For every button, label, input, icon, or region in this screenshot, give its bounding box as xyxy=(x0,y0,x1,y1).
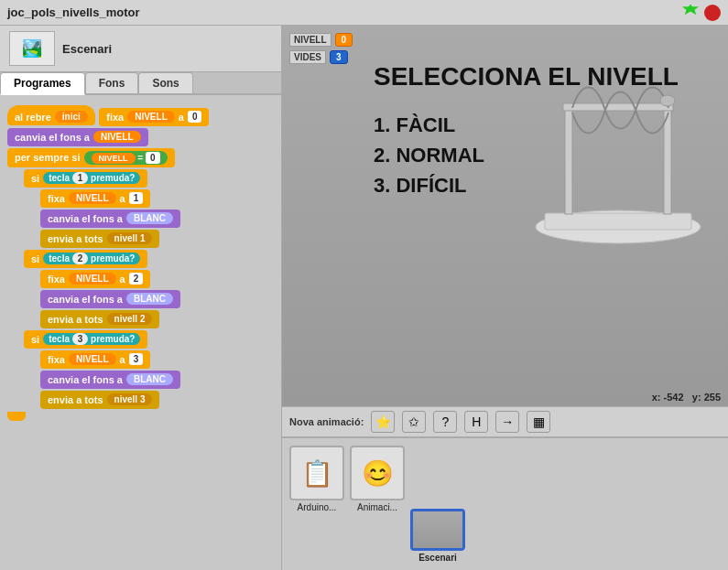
indent-si2: si tecla 2 premuda? fixa NIVELL a 2 xyxy=(24,249,274,329)
sprite-thumbnail: 🏞️ xyxy=(9,31,55,66)
per-sempre-condition: NIVELL = 0 xyxy=(84,151,168,165)
sprite-item-arduino[interactable]: 📋 Arduino... xyxy=(289,446,344,563)
block-si1[interactable]: si tecla 1 premuda? xyxy=(24,169,147,188)
blocks-area: al rebre inici fixa NIVELL a 0 canvia el… xyxy=(0,95,281,570)
nivell-value: 0 xyxy=(335,33,353,47)
block-si3[interactable]: si tecla 3 premuda? xyxy=(24,330,147,349)
block-envia1[interactable]: envia a tots nivell 1 xyxy=(40,230,159,248)
sprite-name: Escenari xyxy=(62,42,112,56)
sprite-section: 🏞️ Escenari xyxy=(0,26,281,72)
fixa1-val[interactable]: 0 xyxy=(188,111,202,123)
anim-label: Nova animació: xyxy=(289,416,364,427)
fixa1-var[interactable]: NIVELL xyxy=(127,111,175,123)
vides-bar: VIDES 3 xyxy=(289,50,353,64)
y-value: 255 xyxy=(704,392,721,403)
escenari-thumb xyxy=(410,509,465,551)
indent-si3-body: fixa NIVELL a 3 canvia el fons a BLANC e… xyxy=(40,350,274,410)
block-canvia3[interactable]: canvia el fons a BLANC xyxy=(40,290,180,308)
stage-item-1: 1. FÀCIL xyxy=(374,110,719,140)
window-title: joc_pols_nivells_motor xyxy=(7,5,682,19)
indent-si2-body: fixa NIVELL a 2 canvia el fons a BLANC e… xyxy=(40,269,274,329)
si1-tecla: tecla 1 premuda? xyxy=(43,172,140,184)
nivell-bar: NIVELL 0 xyxy=(289,33,353,47)
block-fixa3[interactable]: fixa NIVELL a 2 xyxy=(40,270,150,288)
block-canvia4[interactable]: canvia el fons a BLANC xyxy=(40,371,180,389)
flag-icon[interactable] xyxy=(682,5,699,21)
stage-text: SELECCIONA EL NIVELL 1. FÀCIL 2. NORMAL … xyxy=(374,62,719,200)
sprites-panel: 📋 Arduino... 😊 Animaci... Escenari xyxy=(282,437,728,570)
block-si2[interactable]: si tecla 2 premuda? xyxy=(24,250,147,268)
block-fixa1[interactable]: fixa NIVELL a 0 xyxy=(99,108,209,126)
tab-programes[interactable]: Programes xyxy=(0,72,85,95)
block-fixa2[interactable]: fixa NIVELL a 1 xyxy=(40,189,150,208)
anim-btn-h[interactable]: H xyxy=(464,411,488,433)
sprite-icon-arduino: 📋 xyxy=(289,446,344,500)
left-panel: 🏞️ Escenari Programes Fons Sons al rebre… xyxy=(0,26,282,570)
anim-btn-grid[interactable]: ▦ xyxy=(527,411,550,433)
anim-btn-star1[interactable]: ⭐ xyxy=(371,411,395,433)
vides-value: 3 xyxy=(330,50,348,64)
indent-si1: si tecla 1 premuda? fixa NIVELL a 1 xyxy=(24,168,274,249)
si3-tecla: tecla 3 premuda? xyxy=(43,333,140,345)
stage-list: 1. FÀCIL 2. NORMAL 3. DIFÍCIL xyxy=(374,110,719,200)
block-canvia1[interactable]: canvia el fons a NIVELL xyxy=(7,128,148,146)
status-bars: NIVELL 0 VIDES 3 xyxy=(289,33,353,64)
tab-sons[interactable]: Sons xyxy=(138,72,192,93)
canvia1-val[interactable]: NIVELL xyxy=(93,131,141,143)
traffic-lights xyxy=(682,5,721,21)
coord-display: x: -542 y: 255 xyxy=(652,392,721,403)
sprite-name-arduino: Arduino... xyxy=(298,502,337,512)
stage-item-3: 3. DIFÍCIL xyxy=(374,170,719,200)
tab-fons[interactable]: Fons xyxy=(85,72,139,93)
block-canvia2[interactable]: canvia el fons a BLANC xyxy=(40,210,180,228)
indent-si3: si tecla 3 premuda? fixa NIVELL a 3 xyxy=(24,329,274,410)
sprite-item-animaci[interactable]: 😊 Animaci... xyxy=(350,446,405,563)
block-per-sempre[interactable]: per sempre si NIVELL = 0 xyxy=(7,148,175,167)
escenari-label: Escenari xyxy=(418,553,457,563)
stage-area: NIVELL 0 VIDES 3 xyxy=(282,26,728,406)
block-envia2[interactable]: envia a tots nivell 2 xyxy=(40,310,159,328)
main-layout: 🏞️ Escenari Programes Fons Sons al rebre… xyxy=(0,26,728,570)
stop-icon[interactable] xyxy=(704,5,721,21)
anim-btn-arrow[interactable]: → xyxy=(495,411,519,433)
anim-btn-question[interactable]: ? xyxy=(433,411,457,433)
anim-toolbar: Nova animació: ⭐ ✩ ? H → ▦ xyxy=(282,406,728,437)
top-bar: joc_pols_nivells_motor xyxy=(0,0,728,26)
anim-btn-star2[interactable]: ✩ xyxy=(402,411,426,433)
si2-tecla: tecla 2 premuda? xyxy=(43,253,140,264)
sprite-name-animaci: Animaci... xyxy=(357,502,397,512)
y-label: y: xyxy=(692,392,701,403)
nivell-label: NIVELL xyxy=(289,33,331,47)
block-envia3[interactable]: envia a tots nivell 3 xyxy=(40,391,159,409)
block-al-rebre[interactable]: al rebre inici xyxy=(7,105,95,125)
escenari-item[interactable]: Escenari xyxy=(410,509,465,563)
vides-label: VIDES xyxy=(289,50,326,64)
sprite-icon-animaci: 😊 xyxy=(350,446,405,500)
loop-end-cap xyxy=(7,412,26,421)
block-fixa4[interactable]: fixa NIVELL a 3 xyxy=(40,350,150,369)
indent-si1-body: fixa NIVELL a 1 canvia el fons a BLANC e… xyxy=(40,188,274,249)
x-label: x: xyxy=(652,392,661,403)
block-hat-value[interactable]: inici xyxy=(55,111,88,123)
tabs-bar: Programes Fons Sons xyxy=(0,72,281,95)
x-value: -542 xyxy=(664,392,684,403)
svg-rect-1 xyxy=(545,213,691,230)
right-panel: NIVELL 0 VIDES 3 xyxy=(282,26,728,570)
stage-item-2: 2. NORMAL xyxy=(374,140,719,170)
stage-title: SELECCIONA EL NIVELL xyxy=(374,62,719,91)
